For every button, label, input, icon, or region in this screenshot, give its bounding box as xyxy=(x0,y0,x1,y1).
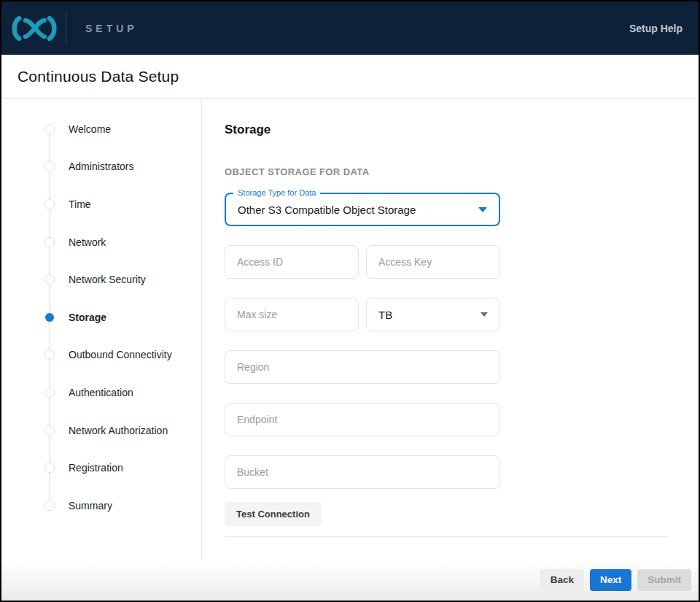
step-circle-icon xyxy=(44,350,55,360)
storage-form: Storage Type for Data Other S3 Compatibl… xyxy=(225,193,500,526)
step-outbound-connectivity[interactable]: Outbound Connectivity xyxy=(1,336,201,374)
content-heading: Storage xyxy=(225,123,699,137)
step-circle-icon xyxy=(44,274,55,285)
title-bar: Continuous Data Setup xyxy=(1,55,699,99)
region-row xyxy=(225,350,500,384)
size-unit-select[interactable]: TB xyxy=(366,298,500,331)
page-title: Continuous Data Setup xyxy=(18,68,179,85)
endpoint-row xyxy=(225,403,500,436)
step-circle-icon xyxy=(44,501,55,511)
storage-form-panel: Storage OBJECT STORAGE FOR DATA Storage … xyxy=(202,99,699,559)
step-label: Outbound Connectivity xyxy=(69,349,172,360)
region-input[interactable] xyxy=(225,350,500,384)
step-storage-active[interactable]: Storage xyxy=(1,298,201,336)
step-circle-icon xyxy=(44,199,55,209)
step-summary[interactable]: Summary xyxy=(1,487,201,525)
header-divider xyxy=(66,12,66,45)
access-key-input[interactable] xyxy=(366,245,500,279)
step-circle-icon xyxy=(44,161,55,171)
step-circle-icon xyxy=(44,387,55,398)
storage-type-select[interactable]: Storage Type for Data Other S3 Compatibl… xyxy=(225,193,500,226)
storage-type-select-value: Other S3 Compatible Object Storage xyxy=(238,204,478,216)
step-label: Authentication xyxy=(69,387,133,398)
credentials-row xyxy=(225,245,500,279)
setup-stepper: Welcome Administrators Time Network Netw… xyxy=(1,99,202,559)
endpoint-input[interactable] xyxy=(225,403,500,436)
step-registration[interactable]: Registration xyxy=(1,449,201,487)
delphix-logo-icon xyxy=(10,12,58,45)
step-authentication[interactable]: Authentication xyxy=(1,374,201,412)
chevron-down-icon xyxy=(481,312,488,317)
step-network-security[interactable]: Network Security xyxy=(1,261,201,298)
step-label: Network xyxy=(69,236,106,248)
step-label: Registration xyxy=(69,462,123,474)
bucket-input[interactable] xyxy=(225,455,500,489)
wizard-footer: Back Next Submit xyxy=(1,559,699,601)
step-label: Administrators xyxy=(69,161,133,172)
step-label: Welcome xyxy=(69,123,111,135)
app-header: SETUP Setup Help xyxy=(1,1,699,55)
step-circle-icon xyxy=(44,463,55,473)
step-time[interactable]: Time xyxy=(1,185,201,223)
step-label: Summary xyxy=(69,500,112,512)
storage-type-select-label: Storage Type for Data xyxy=(233,188,320,198)
step-circle-icon xyxy=(44,124,55,134)
product-name: SETUP xyxy=(85,23,138,34)
step-administrators[interactable]: Administrators xyxy=(1,148,201,186)
step-circle-icon xyxy=(44,425,55,436)
step-label: Time xyxy=(69,198,91,210)
step-label: Network Authorization xyxy=(69,425,168,436)
step-circle-active-icon xyxy=(44,312,55,323)
step-network-authorization[interactable]: Network Authorization xyxy=(1,412,201,449)
size-row: TB xyxy=(225,298,500,331)
step-label: Storage xyxy=(69,312,106,323)
step-network[interactable]: Network xyxy=(1,223,201,261)
step-label: Network Security xyxy=(69,274,146,285)
object-storage-section-label: OBJECT STORAGE FOR DATA xyxy=(225,166,699,177)
back-button[interactable]: Back xyxy=(540,569,584,591)
test-connection-button[interactable]: Test Connection xyxy=(225,502,322,526)
step-welcome[interactable]: Welcome xyxy=(1,110,201,148)
chevron-down-icon xyxy=(478,207,487,212)
main-area: Welcome Administrators Time Network Netw… xyxy=(1,99,699,559)
submit-button[interactable]: Submit xyxy=(637,569,691,591)
next-button[interactable]: Next xyxy=(590,569,631,591)
content-divider xyxy=(225,536,668,537)
max-size-input[interactable] xyxy=(225,298,359,331)
step-circle-icon xyxy=(44,237,55,247)
access-id-input[interactable] xyxy=(225,245,359,279)
setup-help-link[interactable]: Setup Help xyxy=(629,23,682,34)
bucket-row xyxy=(225,455,500,489)
size-unit-select-value: TB xyxy=(378,309,481,321)
app-window: SETUP Setup Help Continuous Data Setup W… xyxy=(0,0,700,602)
